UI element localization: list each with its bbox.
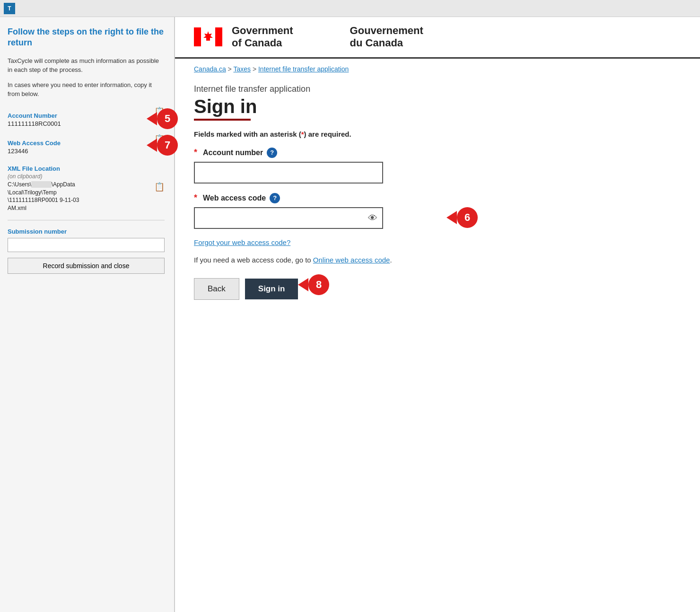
button-row: Back Sign in 8 — [194, 278, 681, 300]
badge-7: 7 — [157, 135, 178, 156]
page-subtitle: Internet file transfer application — [194, 84, 681, 94]
account-number-row: Account Number 111111118RC0001 📋 — [8, 105, 165, 128]
web-access-code-form-group: * Web access code ? 👁 6 — [194, 193, 440, 229]
svg-rect-1 — [194, 27, 201, 46]
gov-header: Government of Canada Gouvernement du Can… — [175, 17, 700, 59]
account-number-block: Account Number 111111118RC0001 — [8, 105, 61, 128]
svg-rect-2 — [215, 27, 222, 46]
account-number-required-star: * — [194, 148, 197, 157]
xml-file-location-value: C:\Users\ \AppData \Local\Trilogy\Temp \… — [8, 181, 79, 212]
submission-number-input[interactable] — [8, 238, 165, 252]
signin-button[interactable]: Sign in — [245, 279, 298, 299]
breadcrumb-taxes[interactable]: Taxes — [233, 65, 251, 73]
web-access-code-value: 123446 — [8, 148, 61, 155]
taxcycle-logo: T — [4, 3, 15, 14]
account-number-label-text: Account number — [203, 149, 263, 157]
breadcrumb: Canada.ca > Taxes > Internet file transf… — [175, 59, 700, 79]
badge-6: 6 — [457, 207, 478, 228]
account-number-field-label: * Account number ? — [194, 148, 440, 158]
password-wrapper: 👁 — [194, 207, 383, 229]
back-button[interactable]: Back — [194, 278, 239, 300]
online-web-access-link[interactable]: Online web access code — [313, 256, 390, 264]
xml-file-location-block: XML File Location (on clipboard) C:\User… — [8, 165, 165, 212]
web-access-code-input[interactable] — [194, 207, 383, 229]
page-title: Sign in — [194, 96, 681, 117]
record-submission-button[interactable]: Record submission and close — [8, 258, 165, 274]
account-number-form-group: * Account number ? — [194, 148, 440, 184]
badge-5: 5 — [157, 108, 178, 129]
right-panel: Government of Canada Gouvernement du Can… — [175, 17, 700, 612]
xml-file-location-sublabel: (on clipboard) — [8, 173, 165, 180]
main-layout: Follow the steps on the right to file th… — [0, 17, 700, 612]
breadcrumb-ift[interactable]: Internet file transfer application — [258, 65, 349, 73]
web-access-code-field-label: * Web access code ? — [194, 193, 440, 203]
forgot-link[interactable]: Forgot your web access code? — [194, 238, 681, 246]
page-content: Internet file transfer application Sign … — [175, 79, 700, 319]
badge-8: 8 — [308, 274, 329, 295]
badge-8-callout: 8 — [298, 274, 329, 295]
required-note: Fields marked with an asterisk (*) are r… — [194, 130, 681, 138]
badge-5-callout: 5 — [147, 108, 178, 129]
web-access-code-block: Web Access Code 123446 — [8, 133, 61, 156]
left-description-2: In cases where you need to enter informa… — [8, 80, 165, 99]
gov-name-fr: Gouvernement du Canada — [322, 25, 423, 50]
xml-value-row: C:\Users\ \AppData \Local\Trilogy\Temp \… — [8, 181, 165, 212]
account-number-value: 111111118RC0001 — [8, 120, 61, 127]
gov-names: Government of Canada Gouvernement du Can… — [232, 25, 423, 50]
web-access-code-label: Web Access Code — [8, 140, 61, 147]
copy-xml-location-icon[interactable]: 📋 — [154, 182, 165, 192]
toggle-password-icon[interactable]: 👁 — [368, 212, 377, 223]
web-access-code-required-star: * — [194, 193, 197, 203]
account-number-label: Account Number — [8, 112, 61, 119]
left-panel-title: Follow the steps on the right to file th… — [8, 26, 165, 49]
web-access-code-help-icon[interactable]: ? — [270, 193, 280, 203]
top-bar: T — [0, 0, 700, 17]
web-access-code-label-text: Web access code — [203, 194, 266, 202]
title-underline — [194, 119, 251, 121]
badge-7-callout: 7 — [147, 135, 178, 156]
canada-flag — [194, 27, 222, 46]
web-access-code-row: Web Access Code 123446 📋 — [8, 133, 165, 156]
account-number-help-icon[interactable]: ? — [267, 148, 277, 158]
account-number-input[interactable] — [194, 162, 383, 184]
gov-name-en: Government of Canada — [232, 25, 293, 50]
submission-number-label: Submission number — [8, 228, 165, 235]
breadcrumb-canada[interactable]: Canada.ca — [194, 65, 226, 73]
extra-text: If you need a web access code, go to Onl… — [194, 256, 681, 264]
left-panel: Follow the steps on the right to file th… — [0, 17, 175, 612]
divider — [8, 220, 165, 220]
asterisk-symbol: * — [301, 130, 304, 138]
xml-file-location-label: XML File Location — [8, 165, 165, 172]
badge-6-callout: 6 — [446, 207, 478, 228]
left-description-1: TaxCycle will complete as much informati… — [8, 56, 165, 75]
